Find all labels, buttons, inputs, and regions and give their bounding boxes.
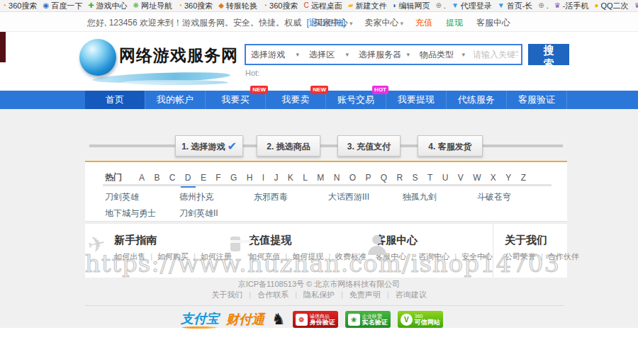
game-link[interactable]: 刀剑英雄II [179, 208, 254, 218]
bookmark-item[interactable]: ▰ 新建文件 [348, 1, 387, 11]
info-link[interactable]: 合作伙伴 [548, 252, 579, 261]
bookmark-item[interactable]: ✚ 游戏中心 [88, 1, 127, 11]
nav-item-account-trade[interactable]: 账号交易 HOT [326, 91, 386, 109]
nav-item-sell[interactable]: 我要卖 NEW [266, 91, 326, 109]
info-link[interactable]: 如何注册 [201, 252, 232, 261]
nav-items: 首页 我的帐户 我要买 NEW 我要卖 NEW 账号交易 HOT 我要提现 代练… [85, 91, 567, 109]
letter-filter[interactable]: G [230, 173, 237, 183]
keyword-input[interactable] [470, 50, 521, 59]
user-link[interactable]: 客服中心 [476, 17, 512, 29]
letter-filter[interactable]: N [334, 173, 340, 183]
new-badge: NEW [250, 86, 268, 94]
letter-filter[interactable]: S [413, 173, 418, 183]
user-link[interactable]: 卖家中心 ▾ [365, 17, 404, 29]
bookmark-favicon-icon: ▼ [452, 2, 459, 9]
bookmark-item[interactable]: ⊕ . [435, 1, 445, 10]
footer-link[interactable]: 合作联系 [257, 290, 303, 299]
bookmark-item[interactable]: ♛ 首页-大 [634, 1, 638, 11]
search-filter-dropdown[interactable]: 选择服务器 ▾ [354, 49, 415, 61]
info-section: ✈ 新手指南 如何出售如何购买如何注册 充值提现 如何充值如何提现收费标准 客服… [85, 223, 567, 278]
nav-item-home[interactable]: 首页 [85, 91, 145, 109]
letter-filter[interactable]: F [216, 173, 220, 183]
info-link[interactable]: 安全中心 [461, 252, 493, 261]
bookmark-item[interactable]: ⊕ . [538, 1, 548, 10]
search-filter-dropdown[interactable]: 选择区 ▾ [304, 49, 354, 61]
letter-filter[interactable]: O [349, 173, 356, 183]
bookmark-item[interactable]: ◔ 360搜索 [178, 1, 213, 11]
letter-filter[interactable]: I [262, 173, 264, 183]
bookmark-item[interactable]: ▼ 首页-长 [498, 1, 533, 11]
bookmark-favicon-icon: ❋ [133, 2, 139, 9]
letter-filter[interactable]: R [397, 173, 403, 183]
info-link[interactable]: 咨询中心 [418, 252, 461, 261]
letter-filter[interactable]: A [139, 173, 145, 183]
bookmark-item[interactable]: ◉ 百度一下 [43, 1, 82, 11]
info-title: 客服中心 [375, 234, 493, 247]
bookmark-item[interactable]: ◆ 转服轮换 [218, 1, 257, 11]
letter-filter[interactable]: J [274, 173, 278, 183]
user-link-label: 提现 [446, 17, 463, 29]
letter-filter[interactable]: T [427, 173, 432, 183]
letter-filter[interactable]: B [154, 173, 160, 183]
hot-category-tab[interactable]: 热门 [105, 171, 122, 183]
letter-filter[interactable]: L [303, 173, 308, 183]
info-link[interactable]: 公司荣誉 [505, 252, 548, 261]
game-link[interactable]: 东邪西毒 [254, 192, 328, 202]
user-link[interactable]: 充值 [415, 17, 434, 29]
letter-filter[interactable]: P [365, 173, 371, 183]
bookmark-item[interactable]: ◗ 编辑网页 [392, 1, 430, 11]
bookmark-item[interactable]: ❋ 网址导航 [133, 1, 172, 11]
game-link[interactable]: 大话西游III [328, 192, 403, 202]
user-link-label: 买家中心 [314, 17, 348, 29]
game-link[interactable]: 刀剑英雄 [105, 192, 179, 202]
info-link[interactable]: 收费标准 [335, 252, 366, 261]
footer-link[interactable]: 关于我们 [211, 290, 257, 299]
nav-item-cs-verify[interactable]: 客服验证 [507, 91, 567, 109]
letter-filter[interactable]: Z [521, 173, 526, 183]
bookmark-item[interactable]: ◔ 360搜索 [2, 1, 37, 11]
letter-filters: ABCDEFGHIJKLMNOPQRSTUVWXYZ [139, 173, 526, 183]
letter-filter[interactable]: M [317, 173, 324, 183]
info-link[interactable]: 如何充值 [249, 252, 292, 261]
game-link[interactable]: 独孤九剑 [403, 192, 477, 202]
game-link[interactable]: 斗破苍穹 [477, 192, 552, 202]
footer-link[interactable]: 隐私保护 [303, 290, 349, 299]
letter-filter[interactable]: Y [505, 173, 511, 183]
steps-connector-line [89, 144, 563, 147]
game-link[interactable]: 地下城与勇士 [105, 208, 179, 218]
bookmark-item[interactable]: ● QQ二次 [594, 1, 628, 11]
search-filter-dropdown[interactable]: 物品类型 ▾ [415, 49, 470, 61]
search-filter-dropdown[interactable]: 选择游戏 ▾ [246, 49, 304, 61]
footer-link[interactable]: 咨询建议 [396, 290, 427, 299]
user-link[interactable]: 提现 [446, 17, 464, 29]
bookmark-item[interactable]: ▼ 代理登录 [452, 1, 492, 11]
letter-filter[interactable]: W [473, 173, 481, 183]
nav-item-buy[interactable]: 我要买 NEW [206, 91, 266, 109]
info-link[interactable]: 如何出售 [114, 252, 157, 261]
game-link[interactable]: 德州扑克 [179, 192, 254, 202]
nav-item-withdraw[interactable]: 我要提现 [386, 91, 447, 109]
letter-filter[interactable]: D [185, 173, 191, 183]
info-title: 关于我们 [505, 234, 579, 247]
site-logo[interactable]: 网络游戏服务网 [79, 36, 232, 86]
info-link[interactable]: 如何购买 [157, 252, 201, 261]
bookmark-item[interactable]: ♛ -活手机 [554, 1, 589, 11]
letter-filter[interactable]: K [288, 173, 293, 183]
nav-item-leveling-service[interactable]: 代练服务 [447, 91, 507, 109]
info-link[interactable]: 如何提现 [292, 252, 335, 261]
letter-filter[interactable]: V [458, 173, 464, 183]
letter-filter[interactable]: U [442, 173, 449, 183]
trust-badge-icon: V [401, 314, 413, 326]
letter-filter[interactable]: X [491, 173, 496, 183]
user-link[interactable]: 买家中心 ▾ [314, 17, 353, 29]
letter-filter[interactable]: H [247, 173, 253, 183]
letter-filter[interactable]: E [201, 173, 206, 183]
footer-link[interactable]: 免责声明 [349, 290, 396, 299]
letter-filter[interactable]: C [169, 173, 176, 183]
bookmark-favicon-icon: ⊕ [538, 2, 544, 9]
letter-filter[interactable]: Q [381, 173, 387, 183]
nav-item-my-account[interactable]: 我的帐户 [145, 91, 206, 109]
bookmark-item[interactable]: C 远程桌面 [303, 1, 342, 11]
search-button[interactable]: 搜 索 [528, 44, 569, 65]
bookmark-item[interactable]: ◔ 360搜索 [263, 1, 298, 11]
